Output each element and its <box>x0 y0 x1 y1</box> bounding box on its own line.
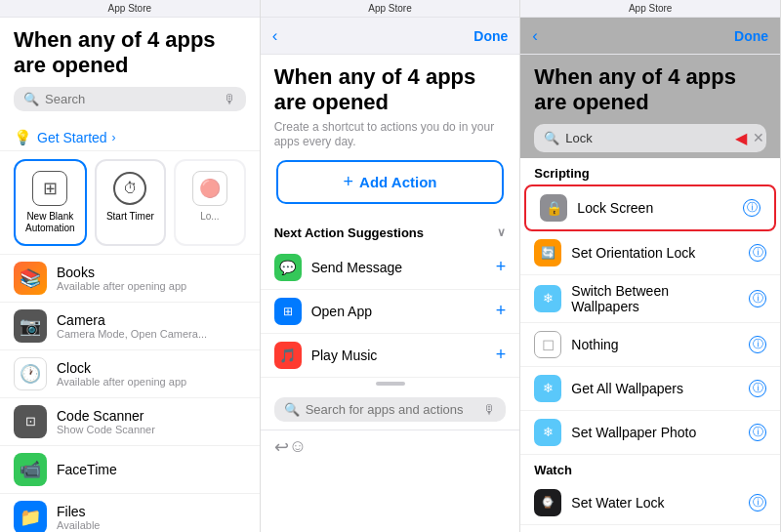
books-app-info: Books Available after opening app <box>57 265 186 292</box>
set-water-lock-info-button[interactable]: ⓘ <box>749 494 766 512</box>
nothing-icon: ◻ <box>534 331 561 358</box>
app-item-books[interactable]: 📚 Books Available after opening app <box>0 255 260 303</box>
panel2-search-bar[interactable]: 🔍 🎙 <box>274 397 507 422</box>
extra-icon: 🔴 <box>192 171 227 206</box>
set-water-lock-icon: ⌚ <box>534 489 561 516</box>
play-music-add[interactable]: + <box>496 345 507 365</box>
panel2-subtitle: Create a shortcut to actions you do in y… <box>274 120 507 150</box>
panel1-search-bar[interactable]: 🔍 🎙 <box>14 87 246 111</box>
camera-app-icon: 📷 <box>14 309 47 343</box>
switch-wallpapers-info-button[interactable]: ⓘ <box>749 290 766 307</box>
start-timer-label: Start Timer <box>106 211 154 223</box>
get-all-wallpapers-label: Get All Wallpapers <box>571 381 739 396</box>
scripting-item-switch-wallpapers[interactable]: ❄ Switch Between Wallpapers ⓘ <box>520 275 780 323</box>
send-message-add[interactable]: + <box>496 257 507 277</box>
search-icon: 🔍 <box>23 92 39 106</box>
add-action-label: Add Action <box>359 174 436 190</box>
extra-item[interactable]: 🔴 Lo... <box>174 159 246 246</box>
files-app-desc: Available <box>57 519 100 531</box>
lock-screen-icon: 🔒 <box>540 194 567 222</box>
back-button-2[interactable]: ‹ <box>272 26 278 46</box>
undo-button[interactable]: ↩ <box>274 436 289 458</box>
set-water-lock-label: Set Water Lock <box>571 495 739 511</box>
suggestion-send-message[interactable]: 💬 Send Message + <box>261 246 520 290</box>
lock-screen-label: Lock Screen <box>577 200 733 216</box>
panel3-search-bar[interactable]: 🔍 ◀ ✕ <box>534 124 766 152</box>
panel3-nav: ‹ Done <box>520 18 780 55</box>
camera-app-name: Camera <box>57 312 207 328</box>
timer-icon: ⏱ <box>113 172 146 205</box>
scripting-item-set-wallpaper-photo[interactable]: ❄ Set Wallpaper Photo ⓘ <box>520 411 780 455</box>
orientation-lock-icon: 🔄 <box>534 239 561 266</box>
clock-app-name: Clock <box>57 360 186 376</box>
orientation-lock-info-button[interactable]: ⓘ <box>749 244 766 262</box>
watch-section-label: Watch <box>520 455 780 481</box>
panel1-header: When any of 4 appsare opened 🔍 🎙 <box>0 18 260 125</box>
panel2-mic-icon: 🎙 <box>483 402 496 417</box>
files-app-info: Files Available <box>57 504 100 531</box>
apps-list: 📚 Books Available after opening app 📷 Ca… <box>0 255 260 532</box>
panel2-header: When any of 4 appsare opened Create a sh… <box>261 55 520 220</box>
scripting-item-orientation-lock[interactable]: 🔄 Set Orientation Lock ⓘ <box>520 231 780 275</box>
new-blank-item[interactable]: ⊞ New BlankAutomation <box>14 159 87 246</box>
app-item-files[interactable]: 📁 Files Available <box>0 494 260 532</box>
nothing-label: Nothing <box>571 337 739 352</box>
new-blank-label: New BlankAutomation <box>25 211 75 234</box>
set-wallpaper-photo-info-button[interactable]: ⓘ <box>749 424 766 441</box>
bulb-icon: 💡 <box>14 129 32 146</box>
app-item-camera[interactable]: 📷 Camera Camera Mode, Open Camera... <box>0 303 260 350</box>
chevron-right-icon: › <box>112 131 116 144</box>
panel2-title: When any of 4 appsare opened <box>274 64 507 116</box>
suggestions-title: Next Action Suggestions <box>274 225 424 240</box>
nothing-info-button[interactable]: ⓘ <box>749 336 766 353</box>
scripting-item-lock-screen[interactable]: 🔒 Lock Screen ⓘ <box>524 184 776 231</box>
back-button-3[interactable]: ‹ <box>532 26 538 46</box>
panel3-search-input[interactable] <box>565 131 729 145</box>
done-button-2[interactable]: Done <box>473 28 508 44</box>
open-app-icon: ⊞ <box>274 298 302 325</box>
books-app-icon: 📚 <box>14 262 47 295</box>
panel-2: App Store ‹ Done When any of 4 appsare o… <box>261 0 521 532</box>
red-arrow-icon: ◀ <box>735 129 747 147</box>
camera-app-desc: Camera Mode, Open Camera... <box>57 328 207 340</box>
start-timer-item[interactable]: ⏱ Start Timer <box>95 159 167 246</box>
panel2-search-input[interactable] <box>306 402 478 417</box>
add-action-button[interactable]: + Add Action <box>276 160 505 204</box>
panel3-search-icon: 🔍 <box>544 131 559 145</box>
panel3-header: When any of 4 appsare opened 🔍 ◀ ✕ <box>520 55 780 158</box>
get-all-wallpapers-info-button[interactable]: ⓘ <box>749 380 766 397</box>
panel2-toolbar: ↩ ☺ <box>261 430 520 464</box>
facetime-app-info: FaceTime <box>57 462 117 477</box>
open-app-add[interactable]: + <box>496 301 507 321</box>
suggestion-open-app[interactable]: ⊞ Open App + <box>261 290 520 334</box>
clock-app-desc: Available after opening app <box>57 376 186 388</box>
app-item-clock[interactable]: 🕐 Clock Available after opening app <box>0 350 260 398</box>
extra-label: Lo... <box>200 211 219 223</box>
scripting-item-nothing[interactable]: ◻ Nothing ⓘ <box>520 323 780 367</box>
start-timer-icon-box: ⏱ <box>112 171 147 206</box>
done-button-3[interactable]: Done <box>734 28 768 44</box>
scanner-app-name: Code Scanner <box>57 408 155 424</box>
scanner-app-info: Code Scanner Show Code Scanner <box>57 408 155 435</box>
send-message-icon: 💬 <box>274 254 302 281</box>
get-started-row[interactable]: 💡 Get Started › <box>0 125 260 151</box>
lock-screen-info-button[interactable]: ⓘ <box>743 199 760 217</box>
facetime-app-name: FaceTime <box>57 462 117 477</box>
send-message-label: Send Message <box>311 260 486 275</box>
books-app-desc: Available after opening app <box>57 280 186 292</box>
scripting-item-set-water-lock[interactable]: ⌚ Set Water Lock ⓘ <box>520 481 780 525</box>
suggestion-play-music[interactable]: 🎵 Play Music + <box>261 334 520 378</box>
books-app-name: Books <box>57 265 186 280</box>
app-item-code-scanner[interactable]: ⊡ Code Scanner Show Code Scanner <box>0 398 260 446</box>
search-input[interactable] <box>45 92 218 106</box>
facetime-app-icon: 📹 <box>14 453 47 486</box>
camera-app-info: Camera Camera Mode, Open Camera... <box>57 312 207 340</box>
app-item-facetime[interactable]: 📹 FaceTime <box>0 446 260 494</box>
panel2-search-icon: 🔍 <box>284 402 300 417</box>
clear-search-button[interactable]: ✕ <box>753 130 764 145</box>
new-blank-icon-box: ⊞ <box>32 171 67 206</box>
emoji-button[interactable]: ☺ <box>289 436 307 457</box>
scripting-item-get-all-wallpapers[interactable]: ❄ Get All Wallpapers ⓘ <box>520 367 780 411</box>
open-app-label: Open App <box>311 304 486 319</box>
panel2-nav: ‹ Done <box>261 18 520 55</box>
